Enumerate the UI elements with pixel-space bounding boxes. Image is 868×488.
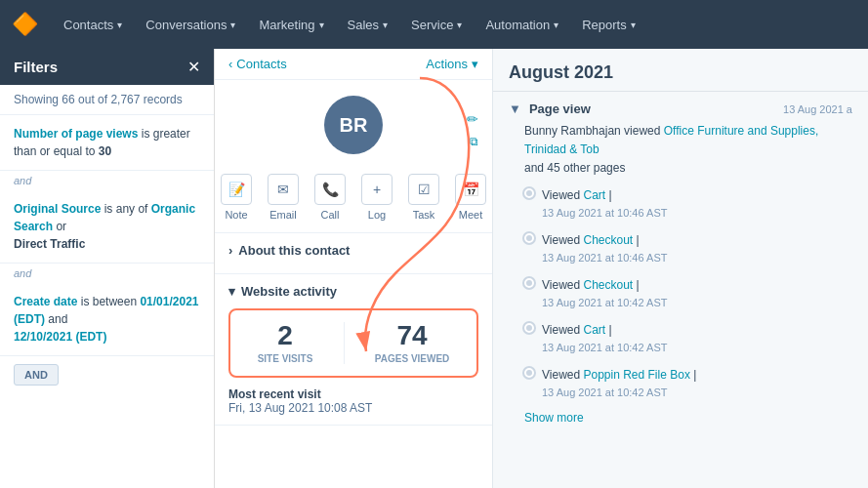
contact-name-text: Bunny Rambhajan xyxy=(524,124,621,138)
filters-panel: Filters ✕ Showing 66 out of 2,767 record… xyxy=(0,49,215,488)
timeline-dot xyxy=(524,368,534,378)
main-layout: Filters ✕ Showing 66 out of 2,767 record… xyxy=(0,49,868,488)
log-button[interactable]: + Log xyxy=(361,174,393,221)
meet-button[interactable]: 📅 Meet xyxy=(455,174,486,221)
about-section: › About this contact xyxy=(215,233,492,274)
chevron-down-icon: ▾ xyxy=(228,284,235,299)
timeline-event-body: Bunny Rambhajan viewed Office Furniture … xyxy=(509,122,852,179)
nav-contacts[interactable]: Contacts ▾ xyxy=(54,12,132,38)
website-activity-header[interactable]: ▾ Website activity xyxy=(228,284,478,299)
contact-avatar: BR xyxy=(324,96,383,154)
nav-reports[interactable]: Reports ▾ xyxy=(572,12,645,38)
timeline-checkout-link-2[interactable]: Checkout xyxy=(583,278,633,292)
timeline-item-5: Viewed Poppin Red File Box | 13 Aug 2021… xyxy=(524,366,852,401)
most-recent-label: Most recent visit xyxy=(228,387,478,401)
timeline-item-1: Viewed Cart | 13 Aug 2021 at 10:46 AST xyxy=(524,186,852,222)
filter-pageviews-link[interactable]: Number of page views xyxy=(14,127,138,141)
timeline-items: Viewed Cart | 13 Aug 2021 at 10:46 AST V… xyxy=(509,186,852,401)
timeline-item-4: Viewed Cart | 13 Aug 2021 at 10:42 AST xyxy=(524,321,852,356)
task-button[interactable]: ☑ Task xyxy=(408,174,439,221)
site-visits-label: SITE VISITS xyxy=(258,353,313,364)
note-button[interactable]: 📝 Note xyxy=(221,174,252,221)
timeline-item-content-2: Viewed Checkout | 13 Aug 2021 at 10:46 A… xyxy=(542,231,667,266)
timeline-checkout-link-1[interactable]: Checkout xyxy=(583,233,633,247)
chevron-down-icon: ▾ xyxy=(117,20,122,30)
pages-viewed-stat: 74 PAGES VIEWED xyxy=(375,322,450,364)
actions-button[interactable]: Actions ▾ xyxy=(426,57,478,71)
filter-createdate-condition: is between xyxy=(81,295,141,308)
timeline-dot xyxy=(524,323,534,333)
nav-service[interactable]: Service ▾ xyxy=(401,12,472,38)
site-visits-number: 2 xyxy=(258,322,313,349)
back-to-contacts[interactable]: ‹ Contacts xyxy=(228,57,287,71)
timeline-panel: August 2021 ▼ Page view 13 Aug 2021 a Bu… xyxy=(493,49,868,488)
nav-sales[interactable]: Sales ▾ xyxy=(338,12,398,38)
show-more-button[interactable]: Show more xyxy=(509,411,852,425)
top-navigation: 🔶 Contacts ▾ Conversations ▾ Marketing ▾… xyxy=(0,0,868,49)
website-activity-section: ▾ Website activity 2 SITE VISITS 74 PAGE… xyxy=(215,274,492,426)
call-button[interactable]: 📞 Call xyxy=(314,174,346,221)
filter-createdate-value2: 12/10/2021 (EDT) xyxy=(14,330,106,344)
website-activity-box: 2 SITE VISITS 74 PAGES VIEWED xyxy=(228,308,478,378)
timeline-item-2: Viewed Checkout | 13 Aug 2021 at 10:46 A… xyxy=(524,231,852,266)
chevron-down-icon: ▾ xyxy=(230,20,235,30)
task-icon: ☑ xyxy=(408,174,439,205)
timeline-item-content-5: Viewed Poppin Red File Box | 13 Aug 2021… xyxy=(542,366,696,401)
copy-icon[interactable]: ⧉ xyxy=(470,135,478,148)
filter-divider-1: and xyxy=(0,171,214,190)
timeline-other-pages: and 45 other pages xyxy=(524,161,625,175)
timeline-item-content-4: Viewed Cart | 13 Aug 2021 at 10:42 AST xyxy=(542,321,667,356)
timeline-dot xyxy=(524,278,534,288)
filter-source-link[interactable]: Original Source xyxy=(14,202,101,216)
filter-pageviews-value: 30 xyxy=(99,144,111,158)
filter-createdate-and: and xyxy=(48,312,67,326)
timeline-event-header: ▼ Page view 13 Aug 2021 a xyxy=(509,102,852,116)
filter-item-pageviews: Number of page views is greater than or … xyxy=(0,115,214,171)
filters-title: Filters xyxy=(14,59,58,75)
contact-panel: ‹ Contacts Actions ▾ BR ✏ ⧉ 📝 Note ✉ Ema… xyxy=(215,49,493,488)
filters-header: Filters ✕ xyxy=(0,49,214,85)
collapse-icon: ▼ xyxy=(509,102,521,116)
nav-conversations[interactable]: Conversations ▾ xyxy=(136,12,245,38)
timeline-month-header: August 2021 xyxy=(493,49,868,92)
timeline-item-content-1: Viewed Cart | 13 Aug 2021 at 10:46 AST xyxy=(542,186,667,222)
close-filters-button[interactable]: ✕ xyxy=(187,60,200,75)
about-section-header[interactable]: › About this contact xyxy=(228,243,478,258)
chevron-down-icon: ▾ xyxy=(554,20,558,30)
note-icon: 📝 xyxy=(221,174,252,205)
timeline-event-title: ▼ Page view xyxy=(509,102,591,116)
chevron-down-icon: ▾ xyxy=(457,20,462,30)
timeline-item-3: Viewed Checkout | 13 Aug 2021 at 10:42 A… xyxy=(524,276,852,311)
log-icon: + xyxy=(361,174,393,205)
site-visits-stat: 2 SITE VISITS xyxy=(258,322,313,364)
most-recent-date: Fri, 13 Aug 2021 10:08 AST xyxy=(228,401,478,415)
edit-icon[interactable]: ✏ xyxy=(467,111,478,127)
timeline-time-4: 13 Aug 2021 at 10:42 AST xyxy=(542,342,667,353)
meet-icon: 📅 xyxy=(455,174,486,205)
timeline-poppin-link[interactable]: Poppin Red File Box xyxy=(583,368,689,382)
filter-source-or: or xyxy=(56,220,66,233)
timeline-event-date: 13 Aug 2021 a xyxy=(783,103,852,115)
pages-viewed-number: 74 xyxy=(375,322,450,349)
stat-divider xyxy=(344,322,345,364)
timeline-time-2: 13 Aug 2021 at 10:46 AST xyxy=(542,252,667,264)
timeline-cart-link-1[interactable]: Cart xyxy=(583,188,605,202)
timeline-dot xyxy=(524,233,534,243)
filters-count: Showing 66 out of 2,767 records xyxy=(0,85,214,115)
hubspot-logo: 🔶 xyxy=(12,12,38,37)
filter-source-value2: Direct Traffic xyxy=(14,237,85,251)
chevron-left-icon: ‹ xyxy=(228,57,232,71)
and-button[interactable]: AND xyxy=(14,364,59,386)
pages-viewed-label: PAGES VIEWED xyxy=(375,353,450,364)
contact-subheader: ‹ Contacts Actions ▾ xyxy=(215,49,492,80)
timeline-time-3: 13 Aug 2021 at 10:42 AST xyxy=(542,297,667,308)
email-button[interactable]: ✉ Email xyxy=(268,174,299,221)
nav-marketing[interactable]: Marketing ▾ xyxy=(249,12,333,38)
contact-actions-row: 📝 Note ✉ Email 📞 Call + Log ☑ Task 📅 Me xyxy=(215,162,492,233)
timeline-cart-link-2[interactable]: Cart xyxy=(583,323,605,337)
filter-createdate-link[interactable]: Create date xyxy=(14,295,77,308)
email-icon: ✉ xyxy=(268,174,299,205)
filter-divider-2: and xyxy=(0,264,214,283)
nav-automation[interactable]: Automation ▾ xyxy=(475,12,568,38)
timeline-time-5: 13 Aug 2021 at 10:42 AST xyxy=(542,386,667,398)
